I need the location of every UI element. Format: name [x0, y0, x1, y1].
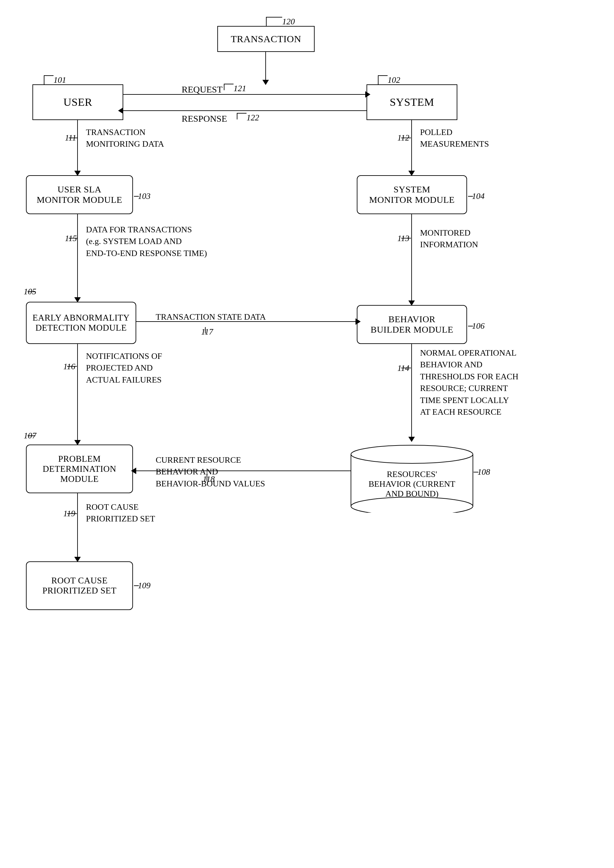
svg-text:RESOURCES': RESOURCES' — [387, 469, 437, 479]
ref-116: 116 — [63, 362, 75, 371]
polled-measurements-label: POLLEDMEASUREMENTS — [420, 127, 489, 150]
ref-101: 101 — [54, 75, 66, 85]
normal-operational-label: NORMAL OPERATIONALBEHAVIOR ANDTHRESHOLDS… — [420, 347, 518, 418]
resources-behavior-cylinder: RESOURCES' BEHAVIOR (CURRENT AND BOUND) — [350, 441, 474, 513]
diagram: TRANSACTION 120 USER 101 SYSTEM 102 REQU… — [0, 0, 614, 868]
ref-109: 109 — [138, 581, 150, 590]
ref-113: 113 — [397, 234, 409, 243]
system-box: SYSTEM — [366, 84, 457, 120]
ref-121: 121 — [234, 84, 246, 93]
ref-104: 104 — [472, 191, 485, 201]
root-cause-arrow-label: ROOT CAUSEPRIORITIZED SET — [86, 502, 155, 525]
ref-115: 115 — [65, 234, 77, 243]
transaction-monitoring-label: TRANSACTIONMONITORING DATA — [86, 127, 164, 150]
ref-122: 122 — [247, 113, 259, 123]
user-sla-box: USER SLA MONITOR MODULE — [26, 175, 133, 214]
transaction-state-label: TRANSACTION STATE DATA — [156, 312, 266, 323]
early-abnormality-box: EARLY ABNORMALITY DETECTION MODULE — [26, 302, 136, 344]
ref-106: 106 — [472, 321, 485, 331]
svg-point-3 — [351, 497, 473, 513]
svg-point-4 — [351, 445, 473, 463]
ref-108: 108 — [478, 467, 490, 477]
ref-120: 120 — [282, 17, 295, 26]
system-monitor-box: SYSTEM MONITOR MODULE — [357, 175, 467, 214]
response-label: RESPONSE — [181, 113, 227, 124]
notifications-label: NOTIFICATIONS OFPROJECTED ANDACTUAL FAIL… — [86, 351, 162, 386]
ref-102: 102 — [388, 75, 400, 85]
transaction-box: TRANSACTION — [217, 26, 315, 52]
data-transactions-label: DATA FOR TRANSACTIONS(e.g. SYSTEM LOAD A… — [86, 224, 207, 259]
svg-text:BEHAVIOR (CURRENT: BEHAVIOR (CURRENT — [369, 479, 455, 489]
monitored-info-label: MONITOREDINFORMATION — [420, 227, 478, 251]
request-label: REQUEST — [181, 84, 223, 95]
ref-114: 114 — [397, 363, 409, 373]
problem-determination-box: PROBLEM DETERMINATION MODULE — [26, 444, 133, 493]
behavior-builder-box: BEHAVIOR BUILDER MODULE — [357, 305, 467, 344]
user-box: USER — [33, 84, 123, 120]
root-cause-box: ROOT CAUSE PRIORITIZED SET — [26, 561, 133, 610]
ref-118: 118 — [203, 474, 215, 484]
ref-103: 103 — [138, 191, 150, 201]
svg-text:AND BOUND): AND BOUND) — [385, 489, 439, 498]
current-resource-label: CURRENT RESOURCEBEHAVIOR ANDBEHAVIOR-BOU… — [156, 454, 265, 490]
ref-117: 117 — [201, 327, 213, 337]
